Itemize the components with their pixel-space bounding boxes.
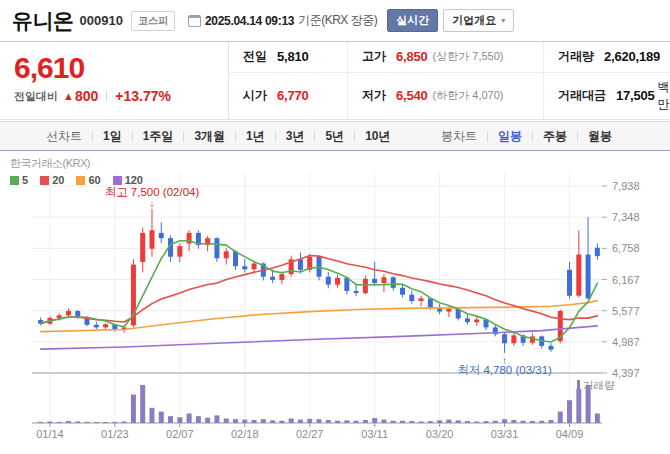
svg-text:6,167: 6,167 <box>612 274 640 286</box>
info-cell-low: 저가 6,540 (하한가 4,070) <box>347 73 543 120</box>
info-cell-volume: 거래량 2,620,189 <box>543 42 670 73</box>
chart-area: 한국거래소(KRX) 5 20 60 120 01/1401/2302/0702… <box>0 151 670 453</box>
svg-text:5,577: 5,577 <box>612 305 640 317</box>
candlestick-chart-canvas[interactable]: 01/1401/2302/0702/1802/2703/1103/2003/31… <box>0 151 670 453</box>
ma20-color-swatch <box>40 176 49 185</box>
tab-3year[interactable]: 3년 <box>286 128 305 145</box>
price-change-row: 전일대비 ▲ 800 +13.77% <box>14 88 228 104</box>
quote-info-grid: 전일 5,810 고가 6,850 (상한가 7,550) 거래량 2,620,… <box>228 42 670 119</box>
current-price: 6,610 <box>14 51 228 85</box>
svg-text:6,758: 6,758 <box>612 242 640 254</box>
ma120-label: 120 <box>125 174 143 186</box>
price-box: 6,610 전일대비 ▲ 800 +13.77% <box>0 42 228 119</box>
chart-tab-bar: 선차트 1일 1주일 3개월 1년 3년 5년 10년 봉차트 일봉 주봉 월봉 <box>0 121 670 151</box>
info-cell-high: 고가 6,850 (상한가 7,550) <box>347 42 543 73</box>
stock-detail-page: 유니온 000910 코스피 2025.04.14 09:13 기준(KRX 장… <box>0 0 670 454</box>
stock-name: 유니온 <box>12 7 74 35</box>
svg-text:4,987: 4,987 <box>612 336 640 348</box>
svg-text:01/23: 01/23 <box>101 428 129 440</box>
tab-monthly[interactable]: 월봉 <box>588 128 612 145</box>
tab-10year[interactable]: 10년 <box>365 128 390 145</box>
quote-datetime: 2025.04.14 09:13 기준(KRX 장중) <box>188 12 377 29</box>
ma60-label: 60 <box>88 174 100 186</box>
ma120-color-swatch <box>113 176 122 185</box>
svg-text:최저 4,780 (03/31): 최저 4,780 (03/31) <box>457 364 552 376</box>
tab-1year[interactable]: 1년 <box>246 128 265 145</box>
stock-code: 000910 <box>80 13 123 28</box>
svg-text:7,938: 7,938 <box>612 180 640 192</box>
up-arrow-icon: ▲ <box>63 90 74 102</box>
svg-text:최고 7,500 (02/04): 최고 7,500 (02/04) <box>105 186 200 198</box>
data-source-label: 한국거래소(KRX) <box>10 156 155 171</box>
svg-text:03/31: 03/31 <box>491 428 519 440</box>
ma60-color-swatch <box>76 176 85 185</box>
info-cell-prev-close: 전일 5,810 <box>229 42 347 73</box>
volume-bars-layer <box>38 385 600 423</box>
candle-chart-group-label: 봉차트 <box>441 128 477 145</box>
grid-layer <box>32 171 602 423</box>
svg-text:거래량: 거래량 <box>583 379 615 391</box>
chart-legend: 한국거래소(KRX) 5 20 60 120 <box>10 156 155 186</box>
ma5-color-swatch <box>10 176 19 185</box>
company-overview-button[interactable]: 기업개요 ▾ <box>443 9 514 32</box>
change-label: 전일대비 <box>14 89 58 104</box>
line-chart-group-label: 선차트 <box>46 128 82 145</box>
header: 유니온 000910 코스피 2025.04.14 09:13 기준(KRX 장… <box>0 0 670 42</box>
svg-text:04/09: 04/09 <box>556 428 584 440</box>
divider <box>106 90 107 102</box>
ma5-label: 5 <box>22 174 28 186</box>
ma-legend: 5 20 60 120 <box>10 174 155 186</box>
tab-5year[interactable]: 5년 <box>325 128 344 145</box>
svg-text:02/18: 02/18 <box>231 428 259 440</box>
quote-timestamp-suffix: 기준(KRX 장중) <box>298 12 377 29</box>
company-overview-label: 기업개요 <box>452 13 496 28</box>
svg-text:02/07: 02/07 <box>166 428 194 440</box>
change-percent: +13.77% <box>115 88 171 104</box>
svg-text:03/11: 03/11 <box>361 428 388 440</box>
tab-1day[interactable]: 1일 <box>103 128 122 145</box>
tab-daily[interactable]: 일봉 <box>498 128 522 145</box>
svg-text:4,397: 4,397 <box>612 367 640 379</box>
realtime-button[interactable]: 실시간 <box>387 9 438 32</box>
calendar-icon <box>188 15 201 27</box>
tab-weekly[interactable]: 주봉 <box>543 128 567 145</box>
ma20-label: 20 <box>52 174 64 186</box>
tab-3month[interactable]: 3개월 <box>194 128 225 145</box>
quote-section: 6,610 전일대비 ▲ 800 +13.77% 전일 5,810 고가 6,8… <box>0 42 670 120</box>
quote-timestamp: 2025.04.14 09:13 <box>205 14 294 28</box>
info-cell-open: 시가 6,770 <box>229 73 347 120</box>
tab-1week[interactable]: 1주일 <box>143 128 174 145</box>
change-value: 800 <box>75 88 98 104</box>
chevron-down-icon: ▾ <box>501 16 505 25</box>
svg-text:03/20: 03/20 <box>426 428 454 440</box>
svg-text:7,348: 7,348 <box>612 211 640 223</box>
market-badge: 코스피 <box>131 11 175 31</box>
info-cell-trade-value: 거래대금 17,505 백만 <box>543 73 670 120</box>
svg-text:01/14: 01/14 <box>36 428 64 440</box>
svg-text:↓: ↓ <box>149 198 154 209</box>
svg-text:02/27: 02/27 <box>296 428 324 440</box>
